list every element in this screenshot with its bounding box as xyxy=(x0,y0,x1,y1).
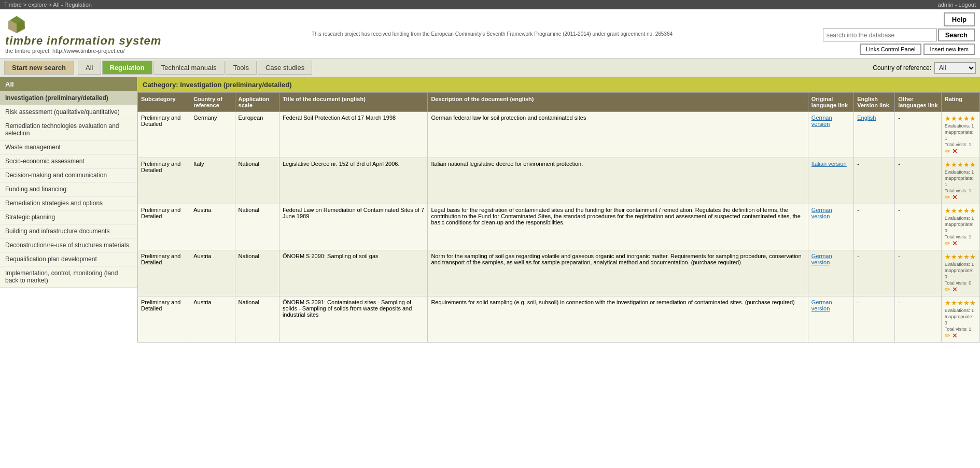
visits-count: Total visits: 0 xyxy=(945,280,972,286)
eval-count: Evaluations: 1 xyxy=(945,123,974,129)
sidebar-item-remediation-strat[interactable]: Remediation strategies and options xyxy=(0,196,137,210)
sidebar-item-investigation[interactable]: Investigation (preliminary/detailed) xyxy=(0,91,137,105)
sidebar-item-requalification[interactable]: Requalification plan development xyxy=(0,252,137,266)
inappropriate-count: Inappropriate: 0 xyxy=(945,268,974,279)
breadcrumb: Timbre > explore > All - Regulation xyxy=(4,2,92,8)
visits-count: Total visits: 1 xyxy=(945,188,972,193)
cell-eng-version: - xyxy=(854,296,895,343)
delete-icon[interactable]: ✕ xyxy=(952,239,958,247)
cell-title: ÖNORM S 2091: Contaminated sites - Sampl… xyxy=(279,296,428,343)
edit-icon[interactable]: ✏ xyxy=(945,147,950,155)
edit-icon[interactable]: ✏ xyxy=(945,286,950,293)
links-panel-button[interactable]: Links Control Panel xyxy=(860,44,921,55)
sidebar-item-deconstruction[interactable]: Deconstruction/re-use of structures mate… xyxy=(0,238,137,252)
cell-rating: ★★★★★ Evaluations: 1 Inappropriate: 0 To… xyxy=(941,296,979,343)
inappropriate-count: Inappropriate: 1 xyxy=(945,130,974,141)
start-new-search-button[interactable]: Start new search xyxy=(4,61,74,75)
cell-rating: ★★★★★ Evaluations: 1 Inappropriate: 1 To… xyxy=(941,158,979,204)
col-subcategory: Subcategory xyxy=(138,93,190,112)
search-input[interactable] xyxy=(823,29,937,41)
logo-area: timbre information system the timbre pro… xyxy=(5,13,161,54)
country-select[interactable]: All Germany Italy Austria xyxy=(934,62,976,74)
delete-icon[interactable]: ✕ xyxy=(952,147,958,155)
topbar: Timbre > explore > All - Regulation admi… xyxy=(0,0,980,9)
cell-other-lang: - xyxy=(895,204,941,250)
help-button[interactable]: Help xyxy=(944,12,975,26)
tab-case-studies[interactable]: Case studies xyxy=(258,61,312,75)
cell-eng-version: - xyxy=(854,158,895,204)
cell-country: Austria xyxy=(190,296,235,343)
sidebar-item-risk-assessment[interactable]: Risk assessment (qualitative/quantitativ… xyxy=(0,105,137,119)
col-title: Title of the document (english) xyxy=(279,93,428,112)
logo-title: timbre information system xyxy=(5,34,161,48)
cell-subcategory: Preliminary and Detailed xyxy=(138,296,190,343)
cell-scale: European xyxy=(235,112,279,158)
cell-scale: National xyxy=(235,296,279,343)
nav-area: Start new search All Regulation Technica… xyxy=(0,59,980,77)
edit-icon[interactable]: ✏ xyxy=(945,239,950,247)
header: timbre information system the timbre pro… xyxy=(0,9,980,59)
eng-version-link[interactable]: English xyxy=(857,115,876,121)
cell-eng-version: - xyxy=(854,250,895,296)
sidebar-item-remediation-tech[interactable]: Remediation technologies evaluation and … xyxy=(0,119,137,140)
cell-country: Austria xyxy=(190,250,235,296)
sidebar-item-decision[interactable]: Decision-making and communication xyxy=(0,168,137,182)
eval-count: Evaluations: 1 xyxy=(945,216,974,221)
user-info: admin - Logout xyxy=(938,2,976,8)
sidebar-item-funding[interactable]: Funding and financing xyxy=(0,182,137,196)
tab-all[interactable]: All xyxy=(78,61,101,75)
cell-eng-version: - xyxy=(854,204,895,250)
sidebar-item-building[interactable]: Building and infrastructure documents xyxy=(0,224,137,238)
cell-title: ÖNORM S 2090: Sampling of soil gas xyxy=(279,250,428,296)
cell-other-lang: - xyxy=(895,158,941,204)
sidebar-item-implementation[interactable]: Implementation, control, monitoring (lan… xyxy=(0,266,137,288)
visits-count: Total visits: 1 xyxy=(945,234,972,239)
cell-rating: ★★★★★ Evaluations: 1 Inappropriate: 1 To… xyxy=(941,112,979,158)
delete-icon[interactable]: ✕ xyxy=(952,332,958,339)
orig-lang-link[interactable]: German version xyxy=(811,299,832,311)
search-button[interactable]: Search xyxy=(938,29,975,41)
orig-lang-link[interactable]: German version xyxy=(811,207,832,219)
orig-lang-link[interactable]: German version xyxy=(811,115,832,127)
sidebar-item-waste[interactable]: Waste management xyxy=(0,140,137,154)
edit-icon[interactable]: ✏ xyxy=(945,193,950,201)
eval-count: Evaluations: 1 xyxy=(945,308,974,313)
country-label: Country of reference: xyxy=(873,64,931,72)
inappropriate-count: Inappropriate: 0 xyxy=(945,222,974,233)
cell-scale: National xyxy=(235,204,279,250)
eval-count: Evaluations: 1 xyxy=(945,262,974,267)
cell-orig-lang: German version xyxy=(808,296,853,343)
delete-icon[interactable]: ✕ xyxy=(952,286,958,293)
delete-icon[interactable]: ✕ xyxy=(952,193,958,201)
visits-count: Total visits: 1 xyxy=(945,142,972,147)
col-country: Country of reference xyxy=(190,93,235,112)
cell-other-lang: - xyxy=(895,112,941,158)
inappropriate-count: Inappropriate: 0 xyxy=(945,314,974,325)
search-area: Search xyxy=(823,29,975,41)
orig-lang-link[interactable]: German version xyxy=(811,253,832,265)
cell-orig-lang: German version xyxy=(808,204,853,250)
tab-regulation[interactable]: Regulation xyxy=(102,61,152,75)
cell-description: Legal basis for the registration of cont… xyxy=(428,204,808,250)
edit-icon[interactable]: ✏ xyxy=(945,332,950,339)
funding-text: This research project has received fundi… xyxy=(161,31,822,37)
inappropriate-count: Inappropriate: 1 xyxy=(945,176,974,187)
sidebar: All Investigation (preliminary/detailed)… xyxy=(0,77,137,343)
cell-country: Austria xyxy=(190,204,235,250)
tab-tools[interactable]: Tools xyxy=(226,61,257,75)
sidebar-item-socio[interactable]: Socio-economic assessment xyxy=(0,154,137,168)
orig-lang-link[interactable]: Italian version xyxy=(811,161,847,167)
cell-scale: National xyxy=(235,158,279,204)
col-other-lang: Other languages link xyxy=(895,93,941,112)
logo-subtitle: the timbre project: http://www.timbre-pr… xyxy=(5,48,124,54)
insert-new-item-button[interactable]: Insert new item xyxy=(923,44,975,55)
col-description: Description of the document (english) xyxy=(428,93,808,112)
cell-subcategory: Preliminary and Detailed xyxy=(138,204,190,250)
cell-title: Legislative Decree nr. 152 of 3rd of Apr… xyxy=(279,158,428,204)
header-right: Help Search Links Control Panel Insert n… xyxy=(823,12,975,55)
col-scale: Application scale xyxy=(235,93,279,112)
cell-country: Italy xyxy=(190,158,235,204)
stars: ★★★★★ xyxy=(945,253,976,261)
tab-technical-manuals[interactable]: Technical manuals xyxy=(153,61,225,75)
sidebar-item-strategic[interactable]: Strategic planning xyxy=(0,210,137,224)
